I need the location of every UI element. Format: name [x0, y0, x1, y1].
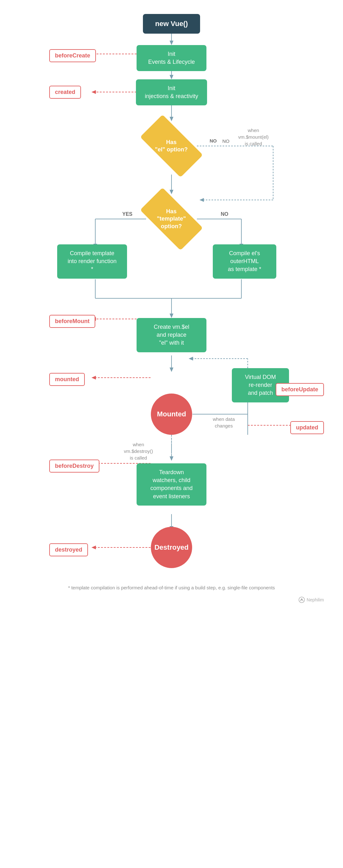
has-template-diamond-wrap: Has"template"option?: [143, 190, 200, 248]
new-vue-label: new Vue(): [143, 14, 200, 34]
init-events-box: InitEvents & Lifecycle: [137, 45, 206, 71]
diagram-container: YES NO NO: [0, 0, 343, 654]
init-injections-box: Initinjections & reactivity: [136, 79, 207, 105]
compile-template-label: Compile templateinto render function *: [57, 244, 127, 279]
footnote: * template compilation is performed ahea…: [60, 584, 283, 592]
created-hook: created: [49, 86, 81, 99]
mounted-circle: Mounted: [151, 394, 192, 435]
svg-point-59: [301, 599, 302, 600]
compile-el-label: Compile el'souterHTMLas template *: [213, 244, 276, 279]
has-el-diamond-wrap: Has"el" option?: [143, 117, 200, 175]
has-template-diamond: Has"template"option?: [140, 188, 203, 250]
when-data-changes-label: when datachanges: [213, 416, 235, 429]
vm-mount-label: whenvm.$mount(el)is called: [238, 127, 269, 147]
teardown-box: Teardownwatchers, childcomponents andeve…: [137, 463, 206, 505]
init-events-label: InitEvents & Lifecycle: [137, 45, 206, 71]
create-vm-label: Create vm.$eland replace"el" with it: [137, 318, 206, 352]
destroyed-circle-wrap: Destroyed: [151, 527, 192, 568]
has-el-diamond: Has"el" option?: [140, 115, 203, 178]
compile-el-box: Compile el'souterHTMLas template *: [213, 244, 276, 279]
before-mount-hook: beforeMount: [49, 315, 95, 328]
when-destroy-label: whenvm.$destroy()is called: [124, 441, 153, 461]
compile-template-box: Compile templateinto render function *: [57, 244, 127, 279]
mounted-circle-wrap: Mounted: [151, 394, 192, 435]
before-update-hook: beforeUpdate: [276, 383, 324, 396]
before-destroy-hook: beforeDestroy: [49, 460, 99, 472]
teardown-label: Teardownwatchers, childcomponents andeve…: [137, 463, 206, 505]
create-vm-box: Create vm.$eland replace"el" with it: [137, 318, 206, 352]
new-vue-box: new Vue(): [143, 14, 200, 34]
destroyed-circle: Destroyed: [151, 527, 192, 568]
updated-hook: updated: [290, 421, 324, 434]
brand-logo: Nephilim: [298, 597, 324, 603]
destroyed-hook: destroyed: [49, 543, 88, 556]
has-el-no-label: NO: [210, 138, 217, 144]
before-create-hook: beforeCreate: [49, 49, 96, 62]
brand-icon: [298, 597, 305, 603]
init-injections-label: Initinjections & reactivity: [136, 79, 207, 105]
mounted-hook: mounted: [49, 373, 85, 386]
